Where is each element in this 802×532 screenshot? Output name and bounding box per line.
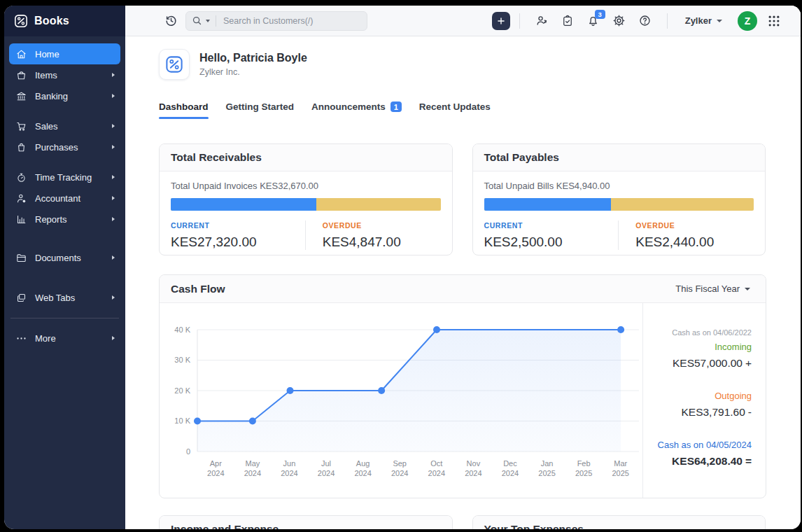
outgoing-value: KES3,791.60-	[650, 406, 752, 419]
card-title: Total Receivables	[160, 144, 452, 172]
svg-text:2024: 2024	[207, 469, 224, 477]
sidebar-item-reports[interactable]: Reports	[9, 209, 120, 230]
dashboard-content: Hello, Patricia Boyle Zylker Inc. Dashbo…	[125, 36, 801, 529]
search-box[interactable]	[185, 11, 367, 31]
data-point[interactable]	[287, 387, 294, 394]
bar-chart-icon	[15, 214, 27, 225]
add-new-button[interactable]	[492, 12, 510, 30]
cash-as-on-start: Cash as on 04/06/2022	[650, 328, 752, 337]
total-cash-value: KES64,208.40=	[650, 455, 752, 468]
tab-recent-updates[interactable]: Recent Updates	[419, 102, 491, 119]
chevron-right-icon	[112, 217, 115, 221]
sidebar-item-more[interactable]: More	[9, 328, 120, 349]
tab-getting-started[interactable]: Getting Started	[226, 102, 295, 119]
topbar: 3 Zylker Z	[125, 6, 801, 36]
user-avatar[interactable]: Z	[738, 11, 757, 31]
brand[interactable]: Books	[4, 6, 125, 36]
svg-text:Oct: Oct	[430, 459, 442, 468]
sidebar-item-label: Documents	[35, 253, 81, 263]
svg-text:May: May	[245, 459, 260, 468]
bottom-row: Income and Expense Your Top Expenses	[159, 515, 766, 529]
svg-text:2025: 2025	[612, 469, 628, 477]
overdue-value: KES4,847.00	[323, 234, 441, 250]
cart-icon	[15, 120, 27, 132]
fiscal-year-dropdown[interactable]: This Fiscal Year	[671, 283, 754, 295]
sidebar-item-label: Accountant	[35, 193, 80, 204]
chevron-down-icon	[745, 288, 750, 290]
search-divider	[216, 15, 216, 27]
sidebar-item-time-tracking[interactable]: Time Tracking	[9, 167, 120, 188]
sidebar-item-label: Reports	[35, 214, 67, 225]
overdue-value: KES2,440.00	[635, 234, 754, 250]
recent-history-icon[interactable]	[164, 14, 178, 27]
svg-text:10 K: 10 K	[174, 416, 190, 425]
data-point[interactable]	[617, 326, 624, 333]
payables-bar-fill	[484, 198, 611, 211]
sidebar-item-documents[interactable]: Documents	[9, 247, 120, 268]
org-dropdown[interactable]: Zylker	[681, 15, 726, 27]
current-value: KES27,320.00	[171, 234, 305, 250]
search-icon	[192, 15, 202, 26]
brand-name: Books	[34, 15, 69, 27]
svg-text:Jul: Jul	[321, 459, 331, 468]
sidebar-item-web-tabs[interactable]: Web Tabs	[9, 287, 120, 308]
svg-text:2024: 2024	[428, 469, 445, 477]
stats-row: Total Receivables Total Unpaid Invoices …	[159, 144, 766, 255]
chevron-right-icon	[112, 196, 115, 200]
apps-grid-icon[interactable]	[767, 14, 781, 28]
chevron-right-icon	[112, 336, 115, 340]
sidebar-item-sales[interactable]: Sales	[9, 115, 120, 136]
settings-gear-icon[interactable]	[612, 14, 626, 27]
refer-user-icon[interactable]	[535, 14, 549, 27]
svg-text:20 K: 20 K	[174, 386, 190, 395]
topbar-divider-2	[667, 13, 668, 29]
home-icon	[15, 48, 27, 60]
receivables-progress-bar	[171, 198, 441, 211]
data-point[interactable]	[378, 387, 385, 394]
svg-text:Dec: Dec	[503, 459, 517, 468]
svg-text:2024: 2024	[465, 469, 481, 477]
dashboard-tabs: DashboardGetting StartedAnnouncements1Re…	[159, 100, 766, 119]
sidebar-item-label: Web Tabs	[35, 293, 75, 303]
svg-text:Feb: Feb	[577, 459, 591, 468]
svg-text:Sep: Sep	[393, 459, 407, 468]
sidebar-item-accountant[interactable]: Accountant	[9, 188, 120, 209]
notifications-bell-icon[interactable]: 3	[586, 14, 600, 27]
search-input[interactable]	[222, 15, 361, 27]
greeting-header: Hello, Patricia Boyle Zylker Inc.	[159, 49, 766, 80]
data-point[interactable]	[194, 418, 201, 425]
outgoing-label: Outgoing	[650, 391, 752, 401]
data-point[interactable]	[249, 418, 256, 425]
tab-badge: 1	[391, 102, 402, 112]
topbar-divider	[519, 13, 520, 29]
cash-as-on-link[interactable]: Cash as on 04/05/2024	[650, 440, 752, 450]
overdue-label: OVERDUE	[635, 221, 754, 230]
sidebar-item-label: Sales	[35, 121, 58, 132]
svg-text:30 K: 30 K	[174, 356, 190, 364]
sidebar-item-label: Purchases	[35, 142, 78, 153]
tab-dashboard[interactable]: Dashboard	[159, 102, 209, 119]
sidebar-item-home[interactable]: Home	[9, 43, 120, 64]
svg-text:0: 0	[186, 447, 190, 456]
help-icon[interactable]	[638, 14, 652, 27]
total-payables-card: Total Payables Total Unpaid Bills KES4,9…	[472, 144, 766, 255]
current-label: CURRENT	[171, 221, 305, 230]
search-scope-caret-icon[interactable]	[206, 20, 210, 22]
sidebar-item-purchases[interactable]: Purchases	[9, 136, 120, 158]
org-name: Zylker	[685, 15, 712, 26]
cash-flow-chart: 010 K20 K30 K40 KApr2024May2024Jun2024Ju…	[160, 303, 642, 498]
sidebar-item-items[interactable]: Items	[9, 64, 120, 85]
tasks-clipboard-icon[interactable]	[561, 15, 574, 27]
chevron-right-icon	[112, 255, 115, 260]
tab-announcements[interactable]: Announcements1	[311, 102, 402, 119]
page-title: Hello, Patricia Boyle	[199, 52, 307, 64]
sidebar-item-banking[interactable]: Banking	[9, 85, 120, 106]
bag-icon	[15, 141, 27, 153]
company-name: Zylker Inc.	[199, 67, 307, 77]
bank-icon	[15, 90, 27, 102]
svg-text:2025: 2025	[575, 469, 592, 477]
data-point[interactable]	[433, 326, 440, 333]
books-logo-icon	[14, 14, 28, 28]
sidebar: Books HomeItemsBankingSalesPurchasesTime…	[4, 6, 125, 529]
svg-text:Aug: Aug	[356, 459, 370, 468]
